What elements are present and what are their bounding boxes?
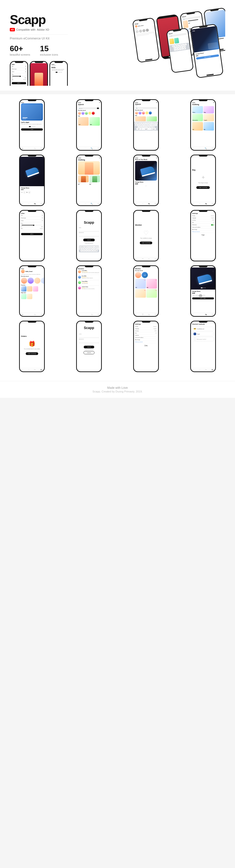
- phone-filter: Filter Size All Product type All Colour …: [19, 210, 45, 261]
- brand-col: Scapp XD Compatible with Adobe XD Premiu…: [10, 12, 68, 86]
- screens-count: 60+: [10, 44, 30, 53]
- phone-settings-2: Settings Country Vietnam › Language Engl…: [133, 321, 159, 372]
- phone-login: Scapp EMAIL PASSWORD SIGN IN Login with …: [76, 210, 102, 261]
- hero-phone-search-keyboard: Search 1 245 QWE RTY: [166, 28, 194, 73]
- phone-login-2: Scapp LOGIN PASSWORD SIGN IN Login with …: [76, 321, 102, 372]
- footer-credit: Scapp. Created by Duong Primaviy. 2019.: [5, 390, 230, 393]
- phone-reviews: Reviews jenniferMiller ★★★★★ Lorem ipsum…: [76, 265, 102, 317]
- hero-section: Snapp Hello, Anna! Hello: [0, 0, 235, 91]
- stat-screens: 60+ beautiful screens: [10, 44, 30, 56]
- phone-wishlist-items: Wishlist Recently viewed +2 ♥ $17 ♥: [133, 265, 159, 317]
- brand-name: Scapp: [10, 12, 68, 27]
- stat-icons: 15 exclusive icons: [40, 44, 58, 56]
- phone-hello-anna: Snapp Hello, Anna! Lorem ipsum dolor sit…: [19, 265, 45, 317]
- phone-bag-empty: Bag ✦ Your bag is empty START SHOPPING ⌂…: [190, 155, 216, 206]
- phones-showcase-row1: Snapp Let's start Lorem ipsum dolor sit …: [0, 94, 235, 381]
- phone-clothing: Snapp ⊞ Clothing Shoes Bags Accessories: [190, 99, 216, 151]
- icons-label: exclusive icons: [40, 53, 58, 56]
- xd-badge: XD Compatible with Adobe XD: [10, 28, 49, 31]
- icons-count: 15: [40, 44, 58, 53]
- phone-search-2: Snapp ⊞ Search 1 245 🔍 Recently viewed: [133, 99, 159, 151]
- phone-best-of-week: Snapp ⊞ Best of The Week ♡ Orange Shoes …: [133, 155, 159, 206]
- preview-phone-filter: Filter Size All Product type All Colour: [10, 61, 28, 86]
- stats-section: 60+ beautiful screens 15 exclusive icons: [10, 44, 68, 56]
- preview-phone-hello: Snapp Hello, Anna! Hello Lorem ipsum dol…: [49, 61, 68, 86]
- phone-app-splash: Orange Shoes $49 Qty: − 1 + ⌂ ♡ 🛍: [19, 155, 45, 206]
- phone-orders-empty: Orders 🎁 You currently have no any order…: [19, 321, 45, 372]
- xd-text: Compatible with: [16, 28, 35, 31]
- footer: Made with Love Scapp. Created by Duong P…: [0, 381, 235, 398]
- phone-product-detail: ♡ Orange Shoes $49 36 37 38 39: [190, 265, 216, 317]
- preview-phone-model: [30, 61, 48, 86]
- preview-phones-row: Filter Size All Product type All Colour: [10, 61, 68, 86]
- phone-search-1: Snapp ⊞ Search 1 245 🔍 Hats× Recently vi…: [76, 99, 102, 151]
- xd-icon: XD: [10, 28, 15, 31]
- footer-made-with: Made with Love: [5, 386, 230, 390]
- phone-lets-start: Snapp Let's start Lorem ipsum dolor sit …: [19, 99, 45, 151]
- phone-wishlist-empty: Wishlist ♡ Your wishlist is empty START …: [133, 210, 159, 261]
- subtitle: Premium eCommerce UI Kit: [10, 34, 68, 40]
- screens-label: beautiful screens: [10, 53, 30, 56]
- phone-clothing-listing: Snapp ⊞ Clothing Dress $17: [76, 155, 102, 206]
- phone-settings: Settings Country Vietnam Language Englis…: [190, 210, 216, 261]
- hero-phone-chat: Snapp Hello, Anna! Hello: [132, 18, 160, 63]
- phone-payment: Payment methods 💳 Credit/Debit card › P …: [190, 321, 216, 372]
